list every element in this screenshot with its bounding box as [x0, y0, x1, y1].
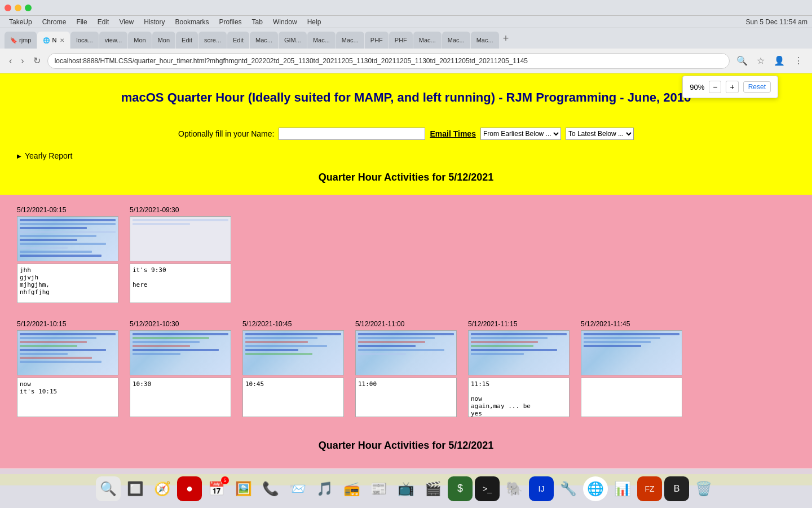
menu-help[interactable]: Help	[303, 17, 326, 27]
account-button[interactable]: 👤	[771, 53, 787, 68]
bookmark-button[interactable]: ☆	[754, 53, 767, 68]
activity-screenshot	[130, 330, 231, 375]
dock-calendar[interactable]: 📅5	[204, 476, 229, 501]
tab-edit1[interactable]: Edit	[176, 32, 198, 49]
activity-notes[interactable]: 11:15 now again,may ... be yes	[468, 378, 570, 417]
close-button[interactable]	[5, 5, 11, 11]
tab-mac1[interactable]: Mac...	[250, 32, 278, 49]
dock-intellij[interactable]: IJ	[529, 476, 554, 501]
clock: Sun 5 Dec 11:54 am	[746, 18, 807, 26]
dock-finder[interactable]: 🔍	[96, 476, 121, 501]
menu-edit[interactable]: Edit	[93, 17, 114, 27]
tab-phf1[interactable]: PHF	[365, 32, 389, 49]
activity-notes[interactable]: jhh gjvjh mjhgjhm, nhfgfjhg	[17, 264, 118, 303]
activity-screenshot	[130, 216, 231, 261]
name-input[interactable]	[279, 128, 425, 140]
activity-grid: 5/12/2021-09:15 jhh gj	[17, 206, 795, 314]
tab-mac5[interactable]: Mac...	[442, 32, 470, 49]
menu-view[interactable]: View	[114, 17, 138, 27]
dock-app1[interactable]: ●	[177, 476, 202, 501]
activity-item: 5/12/2021-09:30 it's 9:30 here	[130, 206, 231, 303]
back-button[interactable]: ‹	[7, 54, 14, 68]
activity-item: 5/12/2021-10:45 10:45	[242, 320, 344, 417]
dock-money[interactable]: $	[448, 476, 473, 501]
menu-file[interactable]: File	[72, 17, 91, 27]
tab-mon2[interactable]: Mon	[152, 32, 175, 49]
tab-phf2[interactable]: PHF	[389, 32, 413, 49]
maximize-button[interactable]	[25, 5, 32, 11]
dock-facetime[interactable]: 📞	[258, 476, 283, 501]
dock-launchpad[interactable]: 🔲	[123, 476, 148, 501]
dock-photos[interactable]: 🖼️	[231, 476, 256, 501]
dock-safari[interactable]: 🧭	[150, 476, 175, 501]
zoom-reset-button[interactable]: Reset	[743, 81, 771, 93]
title-bar	[0, 0, 812, 16]
dock-news[interactable]: 📰	[367, 476, 391, 501]
menu-bookmarks[interactable]: Bookmarks	[171, 17, 214, 27]
activity-item: 5/12/2021-10:15 now it's 10:15	[17, 320, 118, 417]
tab-local[interactable]: loca...	[70, 32, 98, 49]
zoom-plus-button[interactable]: +	[726, 81, 738, 93]
dock-app-b[interactable]: B	[664, 476, 689, 501]
activity-timestamp: 5/12/2021-10:45	[242, 320, 292, 328]
zoom-minus-button[interactable]: −	[709, 81, 721, 93]
calendar-badge: 5	[221, 476, 229, 484]
menu-history[interactable]: History	[139, 17, 169, 27]
yearly-report-toggle[interactable]: ▶ Yearly Report	[17, 151, 795, 160]
menu-takeup[interactable]: TakeUp	[5, 17, 37, 27]
tab-mac2[interactable]: Mac...	[307, 32, 336, 49]
dock-stats[interactable]: 📊	[610, 476, 635, 501]
tab-view[interactable]: view...	[99, 32, 128, 49]
forward-button[interactable]: ›	[19, 54, 26, 68]
close-icon[interactable]: ✕	[60, 37, 64, 43]
activity-screenshot	[355, 330, 457, 375]
activity-item: 5/12/2021-11:15 11:15 now again,may ... …	[468, 320, 570, 417]
tab-rjmp[interactable]: 🔖rjmp	[5, 32, 37, 49]
tab-gim[interactable]: GIM...	[279, 32, 307, 49]
tab-active[interactable]: 🌐N ✕	[37, 32, 70, 49]
activity-notes[interactable]: 10:30	[130, 378, 231, 417]
reload-button[interactable]: ↻	[31, 53, 43, 68]
dock-tools[interactable]: 🔧	[556, 476, 581, 501]
name-label: Optionally fill in your Name:	[178, 129, 274, 138]
dock-filezilla[interactable]: FZ	[637, 476, 662, 501]
activity-notes[interactable]	[581, 378, 682, 417]
menu-dots-button[interactable]: ⋮	[792, 53, 805, 68]
dock-chrome[interactable]: 🌐	[583, 476, 608, 501]
window-controls	[5, 5, 32, 11]
dock-trash[interactable]: 🗑️	[691, 476, 716, 501]
zoom-button[interactable]: 🔍	[734, 53, 750, 68]
from-earliest-select[interactable]: From Earliest Below ...	[480, 128, 561, 140]
dock-appletv[interactable]: 📺	[394, 476, 418, 501]
tab-mon1[interactable]: Mon	[128, 32, 151, 49]
tab-mac6[interactable]: Mac...	[471, 32, 499, 49]
new-tab-button[interactable]: +	[500, 33, 513, 45]
dock-quicktime[interactable]: 🎬	[421, 476, 445, 501]
activity-notes[interactable]: now it's 10:15	[17, 378, 118, 417]
menu-tab[interactable]: Tab	[248, 17, 267, 27]
menu-chrome[interactable]: Chrome	[38, 17, 71, 27]
activity-screenshot	[581, 330, 682, 375]
activity-screenshot	[468, 330, 570, 375]
page-content: macOS Quarter Hour (Ideally suited for M…	[0, 73, 812, 485]
minimize-button[interactable]	[15, 5, 21, 11]
email-times-button[interactable]: Email Times	[430, 129, 475, 138]
zoom-level: 90%	[690, 83, 704, 91]
to-latest-select[interactable]: To Latest Below ...	[566, 128, 634, 140]
dock-postgres[interactable]: 🐘	[502, 476, 527, 501]
tab-edit2[interactable]: Edit	[227, 32, 249, 49]
menu-profiles[interactable]: Profiles	[215, 17, 246, 27]
dock-mail[interactable]: 📨	[285, 476, 310, 501]
form-row: Optionally fill in your Name: Email Time…	[17, 128, 795, 140]
menu-window[interactable]: Window	[268, 17, 302, 27]
tab-mac3[interactable]: Mac...	[336, 32, 364, 49]
tab-mac4[interactable]: Mac...	[413, 32, 442, 49]
dock-music[interactable]: 🎵	[312, 476, 337, 501]
url-input[interactable]	[47, 53, 730, 69]
activity-notes[interactable]: 10:45	[242, 378, 344, 417]
tab-scre[interactable]: scre...	[198, 32, 227, 49]
activity-notes[interactable]: it's 9:30 here	[130, 264, 231, 303]
activity-notes[interactable]: 11:00	[355, 378, 457, 417]
dock-podcasts[interactable]: 📻	[339, 476, 364, 501]
dock-terminal[interactable]: >_	[475, 476, 500, 501]
